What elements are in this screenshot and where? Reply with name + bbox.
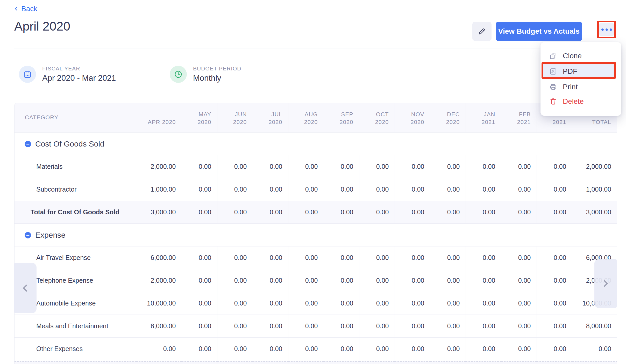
value-cell: 0.00 [182,337,217,360]
value-cell: 0.00 [501,178,537,201]
value-cell: 0.00 [466,178,501,201]
value-cell: 0.00 [395,246,430,269]
table-row: Total for Cost Of Goods Sold3,000.000.00… [15,201,617,223]
value-cell: 0.00 [501,337,537,360]
value-cell: 0.00 [537,315,572,337]
budget-period-block: BUDGET PERIOD Monthly [170,65,241,83]
column-header: OCT2020 [359,103,395,132]
value-cell: 0.00 [288,315,324,337]
fiscal-year-label: FISCAL YEAR [42,65,116,72]
menu-item-print[interactable]: Print [540,80,621,94]
value-cell: 2,000.00 [136,269,182,292]
value-cell: 0.00 [537,246,572,269]
value-cell: 1,000.00 [572,178,617,201]
table-row: Air Travel Expense6,000.000.000.000.000.… [15,246,617,269]
value-cell: 0.00 [395,337,430,360]
value-cell: 0.00 [395,201,430,223]
value-cell: 0.00 [324,292,359,315]
value-cell: 8,000.00 [572,315,617,337]
budget-period-value: Monthly [193,74,241,83]
trash-icon [549,98,557,105]
value-cell: 0.00 [217,246,253,269]
menu-item-clone[interactable]: Clone [540,49,621,63]
edit-button[interactable] [472,22,492,41]
collapse-minus-icon[interactable] [24,141,31,148]
value-cell: 0.00 [359,246,395,269]
value-cell: 0.00 [430,292,466,315]
value-cell: 0.00 [253,269,288,292]
group-row-fill [136,132,617,155]
value-cell: 0.00 [359,337,395,360]
value-cell: 2,000.00 [136,155,182,178]
value-cell: 0.00 [466,201,501,223]
menu-item-label: Print [563,83,578,91]
value-cell: 0.00 [430,315,466,337]
value-cell: 0.00 [324,155,359,178]
value-cell: 0.00 [430,246,466,269]
value-cell: 0.00 [537,292,572,315]
value-cell: 0.00 [324,246,359,269]
value-cell: 0.00 [288,269,324,292]
more-button-wrap [597,21,616,38]
pencil-icon [478,27,486,36]
value-cell: 0.00 [253,337,288,360]
value-cell: 0.00 [395,178,430,201]
value-cell: 0.00 [537,337,572,360]
value-cell: 0.00 [324,337,359,360]
value-cell: 0.00 [217,178,253,201]
scroll-left-button[interactable] [14,263,37,313]
collapse-minus-icon[interactable] [24,232,31,239]
view-budget-vs-actuals-button[interactable]: View Budget vs Actuals [496,22,582,41]
budget-detail-page: Back April 2020 View Budget vs Actuals [0,0,626,364]
budget-period-label: BUDGET PERIOD [193,65,241,72]
value-cell: 0.00 [288,155,324,178]
value-cell: 0.00 [537,201,572,223]
value-cell: 0.00 [537,178,572,201]
value-cell: 0.00 [182,315,217,337]
value-cell: 0.00 [466,269,501,292]
value-cell: 0.00 [359,155,395,178]
print-icon [549,83,557,91]
clock-icon [170,66,187,83]
value-cell: 0.00 [430,269,466,292]
table-row: Meals and Entertainment8,000.000.000.000… [15,315,617,337]
value-cell: 0.00 [253,292,288,315]
value-cell: 8,000.00 [136,315,182,337]
table-header-row: CATEGORY APR 2020MAY2020JUN2020JUL2020AU… [15,103,617,132]
table-row: Expense [15,223,617,246]
value-cell: 0.00 [501,201,537,223]
column-header: JAN2021 [466,103,501,132]
menu-item-delete[interactable]: Delete [540,94,621,109]
chevron-left-icon [20,283,31,293]
category-cell: Meals and Entertainment [15,315,136,337]
value-cell: 0.00 [359,292,395,315]
column-header: AUG2020 [288,103,324,132]
chevron-right-icon [600,278,611,289]
group-row-fill [136,223,617,246]
menu-item-label: Clone [563,52,582,60]
value-cell: 0.00 [430,337,466,360]
value-cell: 0.00 [253,315,288,337]
value-cell: 10,000.00 [136,292,182,315]
value-cell: 0.00 [217,201,253,223]
value-cell: 0.00 [466,315,501,337]
value-cell: 0.00 [324,269,359,292]
value-cell: 0.00 [182,178,217,201]
menu-item-pdf[interactable]: PDF [543,64,614,79]
back-link[interactable]: Back [13,5,37,13]
value-cell: 0.00 [217,292,253,315]
value-cell: 0.00 [182,155,217,178]
value-cell: 0.00 [217,315,253,337]
value-cell: 0.00 [217,337,253,360]
header-divider [14,48,620,48]
value-cell: 0.00 [182,269,217,292]
column-header: NOV2020 [395,103,430,132]
group-category-cell: Cost Of Goods Sold [15,132,136,155]
value-cell: 0.00 [466,292,501,315]
value-cell: 0.00 [501,315,537,337]
scroll-right-button[interactable] [594,259,617,308]
menu-item-label: Delete [563,97,584,106]
value-cell: 0.00 [253,178,288,201]
table-row: Telephone Expense2,000.000.000.000.000.0… [15,269,617,292]
column-header: JUN2020 [217,103,253,132]
